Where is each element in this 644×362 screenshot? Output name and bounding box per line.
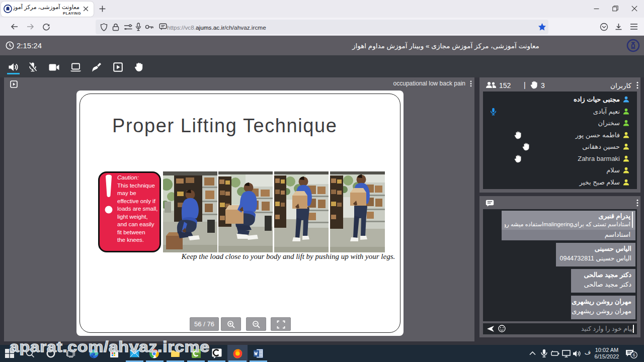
svg-text:6: 6 (632, 352, 635, 357)
